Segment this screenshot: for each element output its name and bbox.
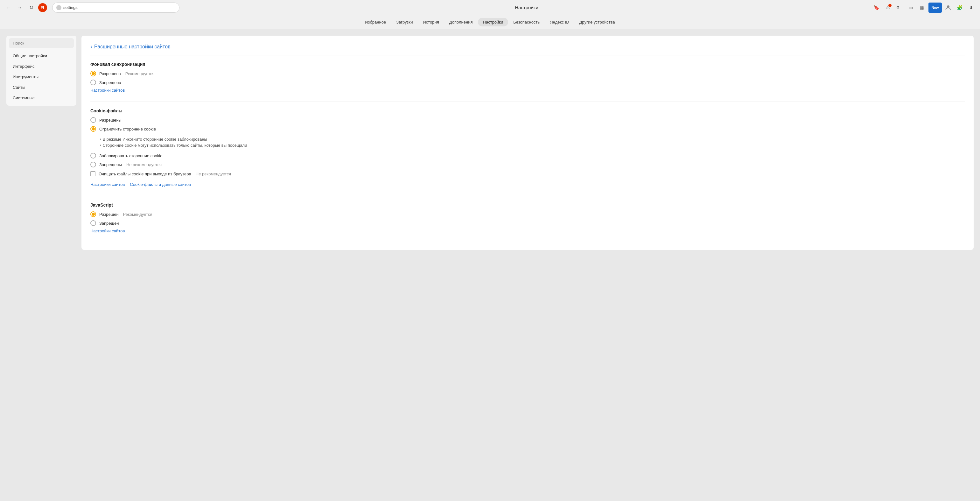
bg-sync-sites-link[interactable]: Настройки сайтов	[91, 88, 125, 93]
tab-zagruzki[interactable]: Загрузки	[391, 18, 418, 26]
tab-other-devices[interactable]: Другие устройства	[574, 18, 620, 26]
profile-icon[interactable]	[943, 3, 953, 13]
translate-icon[interactable]: Я	[894, 3, 904, 13]
divider-2	[91, 196, 965, 196]
svg-text:Я: Я	[896, 5, 899, 10]
cookies-checkbox-hint: Не рекомендуется	[196, 172, 231, 176]
cookies-option-limit-third[interactable]: Ограничить сторонние cookie	[91, 126, 965, 132]
bg-sync-option-allowed[interactable]: Разрешена Рекомендуется	[91, 71, 965, 77]
bg-sync-radio-forbidden	[91, 80, 96, 85]
tab-yandex-id[interactable]: Яндекс ID	[545, 18, 574, 26]
extensions-icon[interactable]: 🧩	[955, 3, 965, 13]
cookies-option-allowed[interactable]: Разрешены	[91, 117, 965, 123]
sidebar-item-general[interactable]: Общие настройки	[9, 51, 74, 61]
search-input[interactable]	[9, 38, 74, 48]
qr-icon[interactable]: ▦	[917, 3, 927, 13]
sidebar-item-interface[interactable]: Интерфейс	[9, 61, 74, 72]
bg-sync-label-forbidden: Запрещена	[99, 80, 121, 85]
browser-chrome: ← → ↻ Я settings Настройки 🔖 ⚠ Я ▭ ▦ New…	[0, 0, 980, 15]
cookies-option-block-third[interactable]: Заблокировать сторонние cookie	[91, 153, 965, 158]
js-label-allowed: Разрешен	[99, 212, 119, 217]
cookies-radio-block-third	[91, 153, 96, 158]
bookmark-icon[interactable]: 🔖	[871, 3, 881, 13]
page-title: Настройки	[185, 5, 869, 10]
sidebar-item-system[interactable]: Системные	[9, 93, 74, 103]
nav-tabs: Избранное Загрузки История Дополнения На…	[0, 15, 980, 29]
js-hint-allowed: Рекомендуется	[123, 212, 153, 217]
address-text: settings	[63, 5, 78, 10]
cookies-label-allowed: Разрешены	[99, 118, 121, 123]
forward-button[interactable]: →	[15, 3, 24, 12]
tab-nastroyki[interactable]: Настройки	[478, 18, 509, 26]
reload-button[interactable]: ↻	[27, 3, 36, 12]
new-badge-button[interactable]: New	[929, 3, 942, 13]
address-bar[interactable]: settings	[52, 3, 180, 13]
browser-logo: Я	[38, 3, 47, 12]
toolbar-icons: 🔖 ⚠ Я ▭ ▦ New 🧩 ⬇	[871, 3, 976, 13]
js-option-forbidden[interactable]: Запрещен	[91, 220, 965, 226]
bg-sync-option-forbidden[interactable]: Запрещена	[91, 80, 965, 85]
bg-sync-title: Фоновая синхронизация	[91, 62, 965, 67]
settings-panel: ‹ Расширенные настройки сайтов Фоновая с…	[81, 36, 974, 250]
cookies-checkbox	[91, 171, 95, 176]
main-content: Общие настройки Интерфейс Инструменты Са…	[0, 29, 980, 498]
cookies-option-forbidden[interactable]: Запрещены Не рекомендуется	[91, 162, 965, 168]
cookies-bullet-list: В режиме Инкогнито сторонние cookie забл…	[100, 137, 965, 148]
js-label-forbidden: Запрещен	[99, 221, 119, 226]
back-chevron-icon: ‹	[91, 43, 92, 50]
cookies-checkbox-option[interactable]: Очищать файлы cookie при выходе из брауз…	[91, 171, 965, 176]
js-sites-link[interactable]: Настройки сайтов	[91, 228, 125, 233]
sidebar-item-tools[interactable]: Инструменты	[9, 72, 74, 82]
cookies-links-row: Настройки сайтов Cookie-файлы и данные с…	[91, 180, 965, 187]
js-radio-forbidden	[91, 220, 96, 226]
js-title: JavaScript	[91, 203, 965, 207]
cookies-bullet-1: В режиме Инкогнито сторонние cookie забл…	[100, 137, 965, 142]
download-icon[interactable]: ⬇	[966, 3, 976, 13]
section-cookies: Cookie-файлы Разрешены Ограничить сторон…	[91, 108, 965, 187]
cookies-radio-allowed	[91, 117, 96, 123]
tab-dopolneniya[interactable]: Дополнения	[444, 18, 478, 26]
cookies-hint-forbidden: Не рекомендуется	[126, 162, 162, 167]
bg-sync-hint-allowed: Рекомендуется	[126, 71, 154, 76]
sidebar: Общие настройки Интерфейс Инструменты Са…	[6, 36, 76, 106]
back-button[interactable]: ←	[4, 3, 13, 12]
tab-bezopasnost[interactable]: Безопасность	[508, 18, 545, 26]
bg-sync-radio-group: Разрешена Рекомендуется Запрещена	[91, 71, 965, 85]
bg-sync-label-allowed: Разрешена	[99, 71, 121, 76]
svg-point-1	[947, 5, 950, 8]
section-background-sync: Фоновая синхронизация Разрешена Рекоменд…	[91, 62, 965, 93]
bg-sync-radio-allowed	[91, 71, 96, 77]
js-radio-group: Разрешен Рекомендуется Запрещен	[91, 211, 965, 226]
cookies-bullet-2: Сторонние cookie могут использовать толь…	[100, 143, 965, 148]
js-option-allowed[interactable]: Разрешен Рекомендуется	[91, 211, 965, 217]
divider-1	[91, 102, 965, 102]
cookies-label-block-third: Заблокировать сторонние cookie	[99, 153, 162, 158]
address-icon	[56, 5, 61, 10]
tab-istoriya[interactable]: История	[418, 18, 444, 26]
cookies-title: Cookie-файлы	[91, 108, 965, 113]
alert-icon[interactable]: ⚠	[883, 3, 893, 13]
cookies-bullet-1-text: В режиме Инкогнито сторонние cookie забл…	[103, 137, 207, 142]
screen-icon[interactable]: ▭	[905, 3, 916, 13]
cookies-sites-link[interactable]: Настройки сайтов	[91, 182, 125, 187]
cookies-radio-group: Разрешены Ограничить сторонние cookie В …	[91, 117, 965, 168]
cookies-radio-limit-third	[91, 126, 96, 132]
section-javascript: JavaScript Разрешен Рекомендуется Запрещ…	[91, 203, 965, 233]
js-radio-allowed	[91, 211, 96, 217]
cookies-label-forbidden: Запрещены	[99, 162, 122, 167]
tab-izbrannoye[interactable]: Избранное	[360, 18, 391, 26]
page-heading: Расширенные настройки сайтов	[94, 44, 170, 49]
back-link[interactable]: ‹ Расширенные настройки сайтов	[91, 43, 965, 55]
cookies-checkbox-label: Очищать файлы cookie при выходе из брауз…	[99, 172, 191, 176]
cookies-bullet-2-text: Сторонние cookie могут использовать толь…	[103, 143, 247, 148]
cookies-data-link[interactable]: Cookie-файлы и данные сайтов	[130, 182, 191, 187]
cookies-radio-forbidden	[91, 162, 96, 168]
sidebar-item-sites[interactable]: Сайты	[9, 82, 74, 93]
cookies-label-limit-third: Ограничить сторонние cookie	[99, 127, 156, 131]
